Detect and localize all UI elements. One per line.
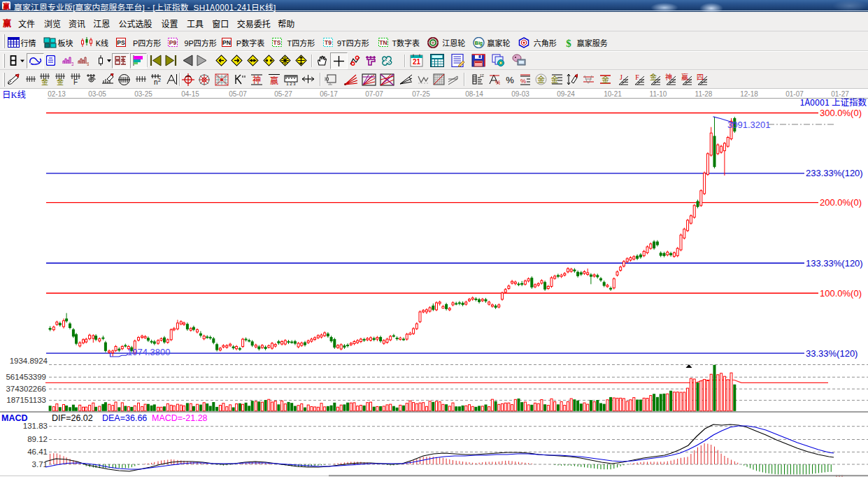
- svg-text:100.0%(0): 100.0%(0): [820, 288, 862, 299]
- svg-text:05-07: 05-07: [229, 90, 247, 98]
- svg-text:DIF=26.02: DIF=26.02: [52, 413, 93, 423]
- svg-text:日K线: 日K线: [2, 87, 27, 101]
- svg-text:03-05: 03-05: [88, 90, 106, 98]
- svg-text:04-15: 04-15: [181, 90, 199, 98]
- svg-text:DEA=36.66: DEA=36.66: [102, 413, 147, 423]
- svg-text:02-13: 02-13: [48, 90, 66, 98]
- svg-text:08-14: 08-14: [465, 90, 483, 98]
- svg-text:3.71: 3.71: [32, 460, 48, 469]
- svg-text:05-27: 05-27: [274, 90, 292, 98]
- svg-text:374302266: 374302266: [6, 385, 46, 393]
- svg-text:MACD=-21.28: MACD=-21.28: [152, 413, 208, 423]
- svg-text:233.33%(120): 233.33%(120): [806, 168, 863, 178]
- svg-text:07-25: 07-25: [412, 90, 430, 98]
- svg-text:12-18: 12-18: [740, 90, 758, 98]
- svg-text:561453399: 561453399: [6, 373, 46, 381]
- svg-text:131.83: 131.83: [23, 422, 48, 430]
- svg-text:46.41: 46.41: [27, 448, 48, 456]
- svg-text:200.0%(0): 200.0%(0): [820, 197, 862, 208]
- svg-text:187151133: 187151133: [6, 396, 46, 404]
- svg-text:1A0001 上证指数: 1A0001 上证指数: [800, 95, 867, 108]
- svg-text:11-10: 11-10: [650, 90, 667, 98]
- svg-text:33.33%(120): 33.33%(120): [806, 348, 858, 359]
- svg-text:10-21: 10-21: [604, 90, 622, 98]
- svg-text:300.0%(0): 300.0%(0): [820, 108, 862, 118]
- svg-text:03-25: 03-25: [134, 90, 152, 98]
- svg-text:09-03: 09-03: [511, 90, 529, 98]
- svg-text:1934.8924: 1934.8924: [10, 357, 48, 365]
- svg-text:07-07: 07-07: [365, 90, 383, 98]
- svg-text:89.12: 89.12: [27, 435, 48, 443]
- svg-text:06-17: 06-17: [320, 90, 338, 98]
- svg-text:3091.3201: 3091.3201: [727, 120, 770, 130]
- svg-text:133.33%(120): 133.33%(120): [806, 258, 863, 269]
- svg-text:1974.3800: 1974.3800: [127, 347, 170, 357]
- svg-text:09-24: 09-24: [557, 90, 575, 98]
- svg-text:11-28: 11-28: [695, 90, 713, 98]
